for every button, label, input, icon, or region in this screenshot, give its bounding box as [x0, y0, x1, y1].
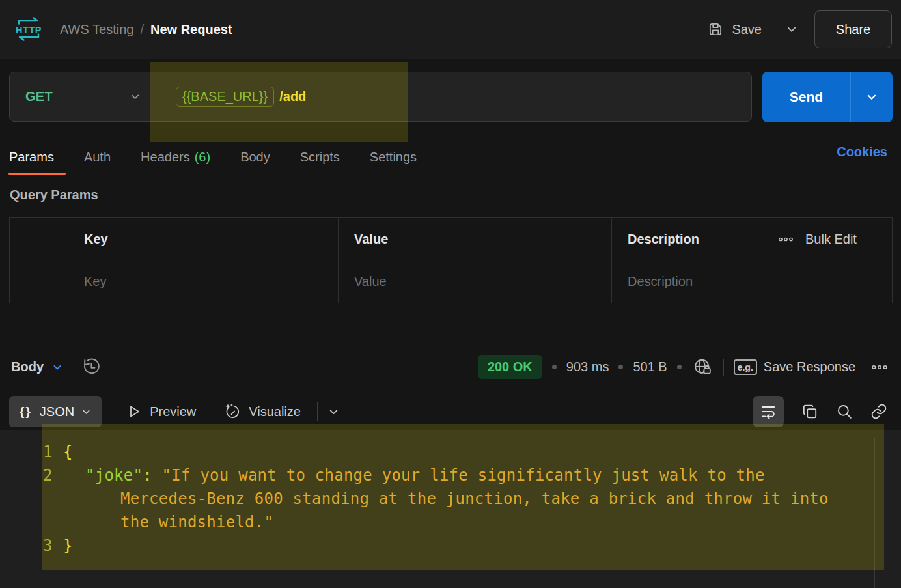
- send-button-group: Send: [762, 72, 893, 122]
- table-header-row: Key Value Description Bulk Edit: [10, 218, 892, 260]
- response-history-icon[interactable]: [80, 356, 102, 378]
- description-column-header: Description: [612, 218, 762, 260]
- response-time[interactable]: 903 ms: [566, 359, 609, 374]
- response-toolbar-right: [753, 393, 887, 430]
- meta-separator-dot: [618, 365, 623, 369]
- token-punct: :: [143, 466, 161, 484]
- link-icon[interactable]: [870, 403, 887, 420]
- code-line: 1{: [0, 440, 901, 464]
- value-column-header: Value: [339, 218, 612, 260]
- line-number: 2: [0, 464, 63, 487]
- url-input[interactable]: {{BASE_URL}} /add: [154, 87, 751, 107]
- save-response-button[interactable]: Save Response: [764, 359, 855, 374]
- preview-button[interactable]: Preview: [126, 404, 196, 419]
- description-input[interactable]: Description: [612, 260, 892, 303]
- request-tabs: ParamsAuthHeaders(6)BodyScriptsSettings: [9, 139, 447, 175]
- share-label: Share: [836, 22, 870, 37]
- save-example-icon[interactable]: e.g.: [734, 359, 757, 375]
- url-path: /add: [279, 89, 306, 104]
- meta-divider: [723, 359, 724, 376]
- scrollbar-gutter[interactable]: [874, 438, 875, 588]
- tab-headers[interactable]: Headers(6): [141, 139, 210, 175]
- preview-label: Preview: [150, 404, 196, 419]
- breadcrumb-collection[interactable]: AWS Testing: [60, 22, 133, 37]
- select-all-cell[interactable]: [10, 218, 68, 260]
- code-line: 2"joke": "If you want to change your lif…: [0, 464, 901, 487]
- request-url-bar: GET {{BASE_URL}} /add: [9, 72, 752, 122]
- response-body-tab[interactable]: Body: [11, 359, 44, 374]
- save-options-chevron-icon[interactable]: [786, 23, 797, 35]
- token-str: "If you want to change your life signifi…: [162, 466, 765, 484]
- tab-label: Scripts: [300, 150, 340, 165]
- code-line: Mercedes-Benz 600 standing at the juncti…: [0, 487, 901, 511]
- send-options-chevron-icon[interactable]: [851, 72, 893, 122]
- token-brace: {: [63, 443, 73, 461]
- visualize-label: Visualize: [249, 404, 301, 419]
- key-column-header: Key: [68, 218, 339, 260]
- svg-text:HTTP: HTTP: [16, 25, 42, 35]
- response-more-options-icon[interactable]: [871, 364, 888, 371]
- method-selector[interactable]: GET: [10, 72, 154, 121]
- status-badge[interactable]: 200 OK: [478, 355, 542, 379]
- send-label: Send: [790, 89, 823, 105]
- braces-icon: {}: [20, 404, 32, 419]
- save-button[interactable]: Save: [707, 21, 762, 38]
- indent-guide: [64, 466, 64, 534]
- wrap-text-button[interactable]: [753, 396, 784, 427]
- toolbar-divider: [317, 402, 318, 421]
- breadcrumb-request-name[interactable]: New Request: [150, 22, 232, 37]
- tab-label: Auth: [84, 150, 111, 165]
- format-chevron-icon: [81, 407, 91, 417]
- breadcrumb-separator: /: [140, 22, 144, 37]
- breadcrumb: AWS Testing / New Request: [60, 22, 232, 37]
- table-row: Key Value Description: [10, 260, 892, 303]
- bulk-edit-button[interactable]: Bulk Edit: [762, 218, 892, 260]
- response-meta: 200 OK 903 ms 501 B e.g. Save Response: [478, 343, 888, 391]
- send-button[interactable]: Send: [762, 72, 850, 122]
- network-info-icon[interactable]: [693, 357, 714, 378]
- line-number: 3: [0, 534, 63, 557]
- key-input[interactable]: Key: [68, 260, 339, 303]
- tab-label: Params: [9, 150, 54, 165]
- url-variable-chip[interactable]: {{BASE_URL}}: [176, 87, 274, 107]
- copy-icon[interactable]: [801, 403, 818, 420]
- response-size[interactable]: 501 B: [633, 359, 667, 374]
- query-params-title: Query Params: [10, 188, 98, 203]
- tab-auth[interactable]: Auth: [84, 139, 111, 175]
- format-selector[interactable]: {} JSON: [9, 396, 102, 427]
- tab-count: (6): [195, 150, 210, 165]
- http-protocol-icon: HTTP: [14, 16, 43, 43]
- value-input[interactable]: Value: [339, 260, 612, 303]
- search-icon[interactable]: [836, 403, 853, 420]
- top-bar: HTTP AWS Testing / New Request Save Shar…: [0, 0, 901, 59]
- cookies-link[interactable]: Cookies: [837, 145, 887, 160]
- token-brace: }: [63, 537, 73, 555]
- tab-label: Body: [240, 150, 270, 165]
- response-body-viewer[interactable]: 1{2"joke": "If you want to change your l…: [0, 430, 901, 588]
- tab-label: Headers: [141, 150, 190, 165]
- tab-scripts[interactable]: Scripts: [300, 139, 340, 175]
- meta-separator-dot: [677, 365, 682, 369]
- code-line: 3}: [0, 534, 901, 557]
- response-body-chevron-icon[interactable]: [52, 362, 62, 372]
- format-label: JSON: [40, 404, 74, 419]
- query-params-table: Key Value Description Bulk Edit Key Valu…: [9, 217, 893, 303]
- tab-label: Settings: [370, 150, 417, 165]
- more-options-icon: [778, 236, 794, 242]
- meta-separator-dot: [552, 365, 557, 369]
- visualize-magic-icon: [223, 403, 241, 421]
- toolbar-chevron-icon[interactable]: [328, 406, 339, 417]
- topbar-divider: [775, 20, 775, 39]
- method-chevron-icon: [130, 91, 141, 102]
- save-label: Save: [732, 22, 762, 37]
- save-icon: [707, 21, 724, 38]
- tab-body[interactable]: Body: [240, 139, 270, 175]
- code-line: the windshield.": [0, 511, 901, 534]
- preview-play-icon: [126, 404, 142, 419]
- share-button[interactable]: Share: [814, 10, 892, 48]
- tab-params[interactable]: Params: [9, 139, 54, 175]
- row-select-cell[interactable]: [10, 260, 68, 303]
- tab-settings[interactable]: Settings: [370, 139, 417, 175]
- wrap-text-icon: [760, 403, 777, 420]
- visualize-button[interactable]: Visualize: [223, 403, 301, 421]
